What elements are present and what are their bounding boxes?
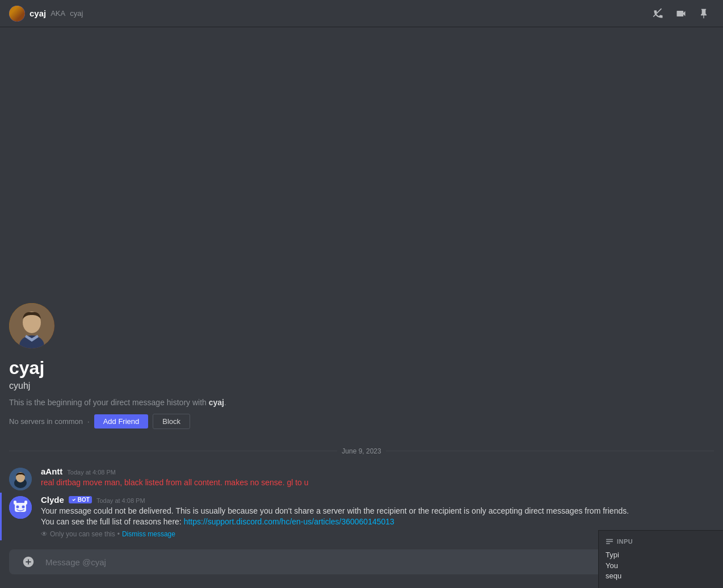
main-content: cyaj cyuhj This is the beginning of your…: [0, 27, 723, 588]
date-divider-text: June 9, 2023: [342, 447, 381, 455]
only-you-text: Only you can see this: [50, 530, 115, 538]
phone-icon[interactable]: [648, 3, 669, 24]
right-panel-title: Inpu: [606, 537, 716, 545]
top-spacer: [0, 36, 723, 303]
bot-badge: BOT: [69, 496, 92, 503]
dm-username: cyaj: [9, 358, 714, 379]
dm-displayname: cyuhj: [9, 381, 714, 391]
clyde-text-line2: You can see the full list of reasons her…: [41, 516, 714, 528]
history-text-name: cyaj: [209, 398, 224, 407]
svg-rect-11: [14, 501, 16, 505]
block-button[interactable]: Block: [153, 414, 190, 429]
dismiss-message-link[interactable]: Dismiss message: [122, 530, 175, 538]
topbar-left: cyaj AKA cyaj: [9, 6, 83, 22]
message-header: aAntt Today at 4:08 PM: [41, 467, 714, 476]
clyde-text-before: You can see the full list of reasons her…: [41, 517, 182, 526]
dot-separator: ·: [87, 417, 90, 426]
svg-rect-15: [606, 539, 613, 540]
right-panel-line3: sequ: [606, 571, 716, 581]
video-icon[interactable]: [671, 3, 691, 24]
dm-history-text: This is the beginning of your direct mes…: [9, 398, 714, 407]
topbar-aka-name: cyaj: [70, 9, 83, 18]
topbar-actions: [648, 3, 714, 24]
clyde-author: Clyde: [41, 495, 64, 505]
chat-area: cyaj cyuhj This is the beginning of your…: [0, 27, 723, 549]
dm-header: cyaj cyuhj This is the beginning of your…: [0, 303, 723, 438]
topbar: cyaj AKA cyaj: [0, 0, 723, 27]
messages-list: aAntt Today at 4:08 PM real dirtbag move…: [0, 464, 723, 540]
date-divider-line-left: [9, 451, 337, 451]
date-divider-line-right: [386, 451, 714, 451]
history-text-before: This is the beginning of your direct mes…: [9, 398, 207, 407]
clyde-timestamp: Today at 4:08 PM: [96, 497, 145, 504]
pin-icon[interactable]: [693, 3, 714, 24]
aantt-avatar: [9, 468, 32, 490]
clyde-avatar: [9, 496, 32, 519]
right-panel-title-text: Inpu: [617, 538, 633, 545]
message-row: aAntt Today at 4:08 PM real dirtbag move…: [0, 464, 723, 493]
add-friend-button[interactable]: Add Friend: [94, 414, 149, 429]
message-author: aAntt: [41, 467, 62, 476]
dm-actions: No servers in common · Add Friend Block: [9, 414, 714, 429]
right-panel-line2: You: [606, 561, 716, 571]
topbar-username: cyaj: [30, 9, 46, 18]
svg-rect-17: [606, 543, 610, 544]
message-input[interactable]: [45, 551, 623, 573]
svg-point-9: [16, 505, 19, 508]
right-panel-line1: Typi: [606, 550, 716, 560]
topbar-aka-label: AKA: [51, 9, 65, 18]
message-text: real dirtbag move man, black listed from…: [41, 477, 714, 489]
message-timestamp: Today at 4:08 PM: [67, 469, 116, 476]
clyde-text-line1: Your message could not be delivered. Thi…: [41, 506, 714, 517]
right-panel: Inpu Typi You sequ: [598, 530, 723, 588]
message-content: aAntt Today at 4:08 PM real dirtbag move…: [41, 467, 714, 490]
clyde-link[interactable]: https://support.discord.com/hc/en-us/art…: [184, 517, 394, 526]
topbar-user-avatar: [9, 6, 25, 22]
history-text-after: .: [224, 398, 226, 407]
date-divider: June 9, 2023: [0, 443, 723, 460]
dm-user-avatar: [9, 303, 54, 348]
svg-rect-12: [24, 501, 27, 505]
svg-rect-16: [606, 541, 613, 543]
clyde-message-header: Clyde BOT Today at 4:08 PM: [41, 495, 714, 505]
separator-dot: •: [117, 530, 120, 538]
no-servers-text: No servers in common: [9, 417, 83, 426]
add-attachment-button[interactable]: [18, 549, 39, 574]
bot-badge-label: BOT: [78, 497, 90, 503]
svg-point-10: [22, 505, 25, 508]
eye-icon: 👁: [41, 530, 48, 538]
